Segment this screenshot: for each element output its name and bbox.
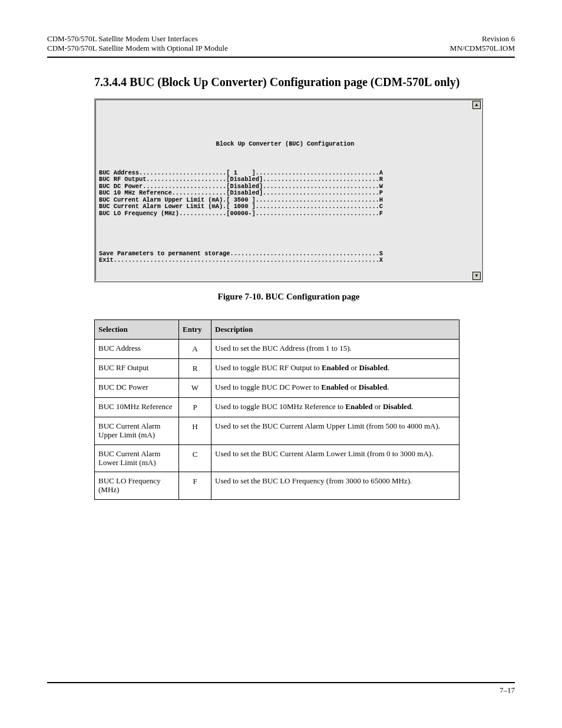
scroll-up-icon[interactable]: ▲ (472, 101, 481, 109)
header-left-line2: CDM-570/570L Satellite Modem with Option… (47, 44, 228, 53)
table-row: BUC 10MHz ReferencePUsed to toggle BUC 1… (95, 397, 459, 417)
cell-description: Used to toggle BUC 10MHz Reference to En… (211, 397, 459, 417)
cell-description: Used to set the BUC Current Alarm Lower … (211, 444, 459, 472)
console-row: BUC LO Frequency (MHz).............[0000… (99, 210, 471, 218)
cell-description: Used to set the BUC Current Alarm Upper … (211, 417, 459, 444)
col-description: Description (211, 319, 459, 339)
cell-selection: BUC Current Alarm Upper Limit (mA) (95, 417, 179, 444)
cell-description: Used to toggle BUC DC Power to Enabled o… (211, 378, 459, 397)
cell-entry: C (179, 444, 211, 472)
table-row: BUC RF OutputRUsed to toggle BUC RF Outp… (95, 358, 459, 378)
cell-entry: R (179, 358, 211, 378)
table-row: BUC Current Alarm Lower Limit (mA)CUsed … (95, 444, 459, 472)
cell-entry: F (179, 472, 211, 500)
page-number: 7–17 (500, 686, 515, 695)
cell-selection: BUC RF Output (95, 358, 179, 378)
page-footer: 7–17 (47, 682, 515, 695)
table-row: BUC LO Frequency (MHz)FUsed to set the B… (95, 472, 459, 500)
table-row: BUC Current Alarm Upper Limit (mA)HUsed … (95, 417, 459, 444)
section-heading: 7.3.4.4 BUC (Block Up Converter) Configu… (94, 75, 515, 89)
buc-table: Selection Entry Description BUC AddressA… (94, 319, 459, 500)
console-title: Block Up Converter (BUC) Configuration (99, 130, 471, 156)
header-left-line1: CDM-570/570L Satellite Modem User Interf… (47, 34, 228, 44)
cell-selection: BUC Address (95, 339, 179, 358)
header-right-line2: MN/CDM570L.IOM (450, 44, 515, 53)
table-row: BUC DC PowerWUsed to toggle BUC DC Power… (95, 378, 459, 397)
col-selection: Selection (95, 319, 179, 339)
cell-selection: BUC LO Frequency (MHz) (95, 472, 179, 500)
cell-selection: BUC DC Power (95, 378, 179, 397)
cell-entry: A (179, 339, 211, 358)
figure-caption: Figure 7-10. BUC Configuration page (94, 292, 483, 302)
col-entry: Entry (179, 319, 211, 339)
table-row: BUC AddressAUsed to set the BUC Address … (95, 339, 459, 358)
header-left: CDM-570/570L Satellite Modem User Interf… (47, 34, 228, 53)
cell-selection: BUC 10MHz Reference (95, 397, 179, 417)
cell-entry: W (179, 378, 211, 397)
table-header-row: Selection Entry Description (95, 319, 459, 339)
page: CDM-570/570L Satellite Modem User Interf… (0, 0, 562, 728)
cell-description: Used to set the BUC LO Frequency (from 3… (211, 472, 459, 500)
footer-rule (47, 682, 515, 683)
cell-selection: BUC Current Alarm Lower Limit (mA) (95, 444, 179, 472)
cell-entry: P (179, 397, 211, 417)
cell-description: Used to set the BUC Address (from 1 to 1… (211, 339, 459, 358)
console-window: ▲ ▼ Block Up Converter (BUC) Configurati… (94, 98, 483, 282)
console-figure: ▲ ▼ Block Up Converter (BUC) Configurati… (94, 98, 483, 302)
page-header: CDM-570/570L Satellite Modem User Interf… (47, 0, 515, 53)
buc-table-wrap: Selection Entry Description BUC AddressA… (94, 319, 459, 500)
cell-description: Used to toggle BUC RF Output to Enabled … (211, 358, 459, 378)
header-right: Revision 6 MN/CDM570L.IOM (450, 34, 515, 53)
header-right-line1: Revision 6 (450, 34, 515, 44)
scroll-down-icon[interactable]: ▼ (472, 272, 481, 280)
header-rule (47, 57, 515, 58)
console-footer-row: Exit....................................… (99, 257, 471, 264)
cell-entry: H (179, 417, 211, 444)
